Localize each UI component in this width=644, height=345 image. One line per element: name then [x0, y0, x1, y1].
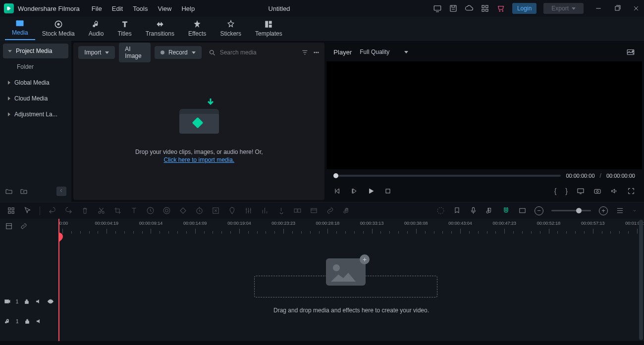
group-button[interactable]	[293, 206, 302, 215]
new-folder-icon[interactable]	[20, 188, 28, 196]
scrub-track[interactable]	[333, 175, 561, 177]
login-button[interactable]: Login	[512, 3, 537, 14]
layout-icon[interactable]	[5, 222, 13, 230]
detach-button[interactable]	[212, 206, 220, 215]
settings-caret-icon[interactable]	[632, 206, 637, 215]
text-button[interactable]	[130, 206, 138, 215]
tab-stickers[interactable]: Stickers	[213, 17, 248, 40]
auto-button[interactable]	[436, 206, 445, 215]
keyframe-button[interactable]	[179, 206, 187, 215]
sidebar-item-adjustment-layer[interactable]: Adjustment La...	[3, 107, 68, 122]
tab-effects[interactable]: Effects	[181, 17, 213, 40]
svg-point-31	[165, 209, 168, 212]
playhead[interactable]	[58, 219, 59, 341]
record-button[interactable]: Record	[155, 46, 202, 59]
minimize-button[interactable]	[594, 4, 602, 12]
mark-in-button[interactable]: {	[554, 187, 557, 195]
view-button[interactable]	[518, 206, 527, 215]
audio-mixer-button[interactable]	[261, 206, 269, 215]
sidebar-item-label: Global Media	[14, 79, 50, 86]
menu-file[interactable]: File	[92, 5, 102, 12]
mark-out-button[interactable]: }	[565, 187, 568, 195]
screen-icon[interactable]	[433, 4, 442, 13]
quality-dropdown[interactable]: Full Quality	[360, 49, 408, 55]
play-button[interactable]	[367, 187, 375, 195]
tab-media[interactable]: Media	[5, 16, 35, 40]
preview-video[interactable]	[326, 61, 642, 169]
zoom-slider[interactable]	[551, 210, 591, 211]
timeline-scrollbar[interactable]	[639, 220, 643, 340]
delete-button[interactable]	[81, 206, 89, 215]
magnet-button[interactable]	[502, 206, 510, 215]
marker-button[interactable]	[228, 206, 236, 215]
sidebar-item-project-media[interactable]: Project Media	[3, 44, 68, 58]
display-icon[interactable]	[577, 187, 585, 195]
grid-icon[interactable]	[7, 206, 15, 215]
sidebar-item-folder[interactable]: Folder	[3, 59, 68, 74]
zoom-handle[interactable]	[576, 208, 582, 213]
mute-icon[interactable]	[36, 318, 43, 325]
adjust-button[interactable]	[244, 206, 253, 215]
link-toggle-icon[interactable]	[20, 222, 28, 230]
undo-button[interactable]	[48, 206, 56, 215]
menu-edit[interactable]: Edit	[112, 5, 123, 12]
save-icon[interactable]	[449, 4, 458, 13]
music-button[interactable]	[342, 206, 351, 215]
lock-icon[interactable]	[24, 318, 31, 325]
folder-icon[interactable]	[5, 188, 13, 196]
color-button[interactable]	[162, 206, 171, 215]
volume-icon[interactable]	[610, 187, 618, 195]
cursor-icon[interactable]	[23, 206, 32, 215]
collapse-sidebar-button[interactable]	[56, 187, 66, 196]
camera-icon[interactable]	[593, 187, 601, 195]
tab-titles[interactable]: Titles	[110, 17, 138, 40]
maximize-button[interactable]	[613, 4, 621, 12]
filter-icon[interactable]	[301, 48, 309, 57]
voice-button[interactable]	[277, 206, 285, 215]
sidebar-item-global-media[interactable]: Global Media	[3, 75, 68, 90]
visibility-icon[interactable]	[47, 298, 54, 305]
media-drop-zone[interactable]: Drop your video clips, images, or audio …	[73, 62, 324, 200]
video-track-header[interactable]: 1	[0, 292, 58, 311]
step-back-button[interactable]	[350, 187, 358, 195]
apps-icon[interactable]	[481, 4, 489, 13]
timeline-tracks[interactable]: 00:0000:00:04:1900:00:09:1400:00:14:0900…	[58, 219, 644, 341]
scrub-handle[interactable]	[333, 173, 338, 178]
zoom-in-button[interactable]: +	[599, 206, 608, 215]
export-button[interactable]: Export	[543, 3, 584, 14]
close-button[interactable]	[632, 4, 640, 12]
marker-add-button[interactable]	[453, 206, 461, 215]
cut-button[interactable]	[97, 206, 106, 215]
audio-track-button[interactable]	[485, 206, 494, 215]
prev-frame-button[interactable]	[333, 187, 341, 195]
crop-button[interactable]	[113, 206, 122, 215]
mute-icon[interactable]	[35, 298, 42, 305]
stop-button[interactable]	[384, 187, 392, 195]
snapshot-icon[interactable]	[626, 48, 635, 56]
fullscreen-icon[interactable]	[627, 187, 635, 195]
ai-image-button[interactable]: AI Image	[119, 43, 151, 62]
audio-track-header[interactable]: 1	[0, 311, 58, 331]
link-button[interactable]	[326, 206, 334, 215]
sidebar-item-cloud-media[interactable]: Cloud Media	[3, 91, 68, 106]
speed-button[interactable]	[146, 206, 155, 215]
list-view-button[interactable]	[616, 206, 624, 215]
import-button[interactable]: Import	[78, 46, 115, 59]
render-button[interactable]	[310, 206, 318, 215]
redo-button[interactable]	[64, 206, 73, 215]
tab-stock-media[interactable]: Stock Media	[35, 17, 82, 40]
cart-icon[interactable]	[496, 4, 505, 13]
tab-audio[interactable]: Audio	[82, 17, 111, 40]
duration-button[interactable]	[195, 206, 204, 215]
zoom-out-button[interactable]: −	[535, 206, 543, 215]
cloud-icon[interactable]	[465, 4, 474, 13]
more-options-icon[interactable]	[313, 48, 320, 57]
search-input[interactable]	[220, 49, 294, 56]
mic-button[interactable]	[469, 206, 478, 215]
tab-templates[interactable]: Templates	[248, 17, 289, 40]
timeline-body[interactable]: + Drag and drop media and effects here t…	[58, 234, 644, 341]
import-media-link[interactable]: Click here to import media.	[163, 156, 234, 163]
lock-icon[interactable]	[23, 298, 30, 305]
timeline-ruler[interactable]: 00:0000:00:04:1900:00:09:1400:00:14:0900…	[58, 219, 644, 234]
tab-transitions[interactable]: Transitions	[139, 17, 181, 40]
